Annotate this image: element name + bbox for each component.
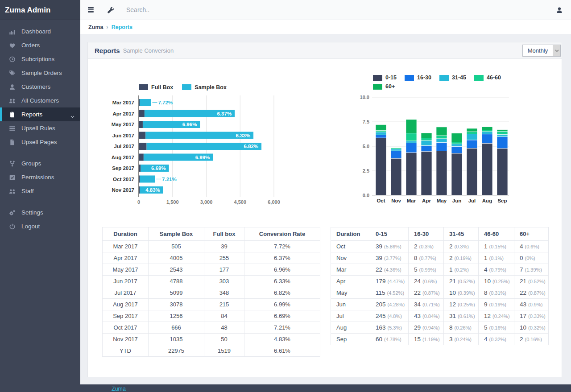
table-cell: 255 (204, 252, 244, 264)
table-cell: 48 (204, 322, 244, 334)
age-stacked-chart: 0-1516-3031-4546-6060+ 0.02.55.07.510.0O… (351, 71, 556, 208)
cell-percent: (0.16%) (489, 325, 507, 330)
column-header: 0-15 (370, 227, 409, 241)
sidebar-item-sample-orders[interactable]: Sample Orders (0, 66, 80, 80)
period-select-value: Monthly (523, 45, 553, 56)
search-input[interactable] (126, 6, 314, 13)
cell-percent: (4.36%) (384, 267, 401, 272)
sidebar-item-reports[interactable]: Reports (0, 107, 80, 121)
fork-icon (8, 161, 16, 167)
bar-segment (451, 146, 462, 153)
table-cell: 1(0.15%) (479, 241, 514, 252)
cell-value: 9 (484, 301, 488, 308)
cell-percent: (3.77%) (384, 256, 401, 261)
legend-label: 31-45 (452, 74, 466, 81)
table-cell: Jul (331, 310, 370, 322)
table-cell: 7(1.39%) (514, 264, 549, 276)
sidebar-item-label: Upsell Pages (21, 139, 57, 145)
sidebar-item-logout[interactable]: Logout (0, 219, 80, 233)
y-tick-label: 0.0 (363, 193, 369, 198)
table-cell: 34(0.71%) (409, 299, 444, 310)
bar-value-label: 6.33% (236, 133, 250, 138)
table-cell: 10(0.39%) (444, 287, 479, 299)
bar-segment (139, 110, 145, 117)
cell-percent: (0.1%) (489, 256, 504, 261)
age-stacked-chart-plot: 0.02.55.07.510.0OctNovMarAprMayJunJulAug… (351, 94, 556, 206)
legend-label: 16-30 (417, 74, 431, 81)
users-icon (8, 98, 16, 104)
category-label: Sep 2017 (112, 165, 134, 171)
table-cell: 60(4.78%) (370, 334, 409, 345)
bar-value-label: 6.37% (217, 111, 232, 116)
cell-value: 4 (484, 336, 488, 342)
table-cell: 39(5.86%) (370, 241, 409, 252)
cell-value: 17 (520, 313, 526, 319)
cell-percent: (4.47%) (388, 279, 405, 284)
wrench-icon[interactable] (107, 7, 114, 13)
bar-segment (497, 137, 508, 149)
period-select[interactable]: Monthly (522, 45, 561, 57)
sidebar-item-label: Settings (21, 209, 43, 216)
conversion-bar-chart-plot: 01,5003,0004,5006,000Mar 20177.72%Apr 20… (101, 94, 324, 206)
category-label: Aug 2017 (112, 155, 134, 160)
footer-zuma-link[interactable]: Zuma (112, 386, 126, 392)
table-row: Jul245(4.8%)43(0.84%)31(0.61%)12(0.24%)1… (331, 310, 549, 322)
bar-segment (139, 121, 143, 128)
sidebar-item-dashboard[interactable]: Dashboard (0, 25, 80, 38)
table-cell: 24(0.6%) (409, 276, 444, 287)
breadcrumb-zuma[interactable]: Zuma (88, 24, 103, 30)
table-cell: 7.72% (244, 241, 320, 252)
legend-swatch (439, 75, 449, 81)
table-cell: Jun (331, 299, 370, 310)
cell-percent: (0.19%) (489, 302, 507, 307)
table-row: Mar 2017505397.72% (103, 241, 320, 252)
menu-toggle-icon[interactable] (88, 6, 94, 13)
legend-swatch (373, 84, 382, 90)
sidebar-item-upsell-pages[interactable]: Upsell Pages (0, 135, 80, 149)
bar-segment (391, 158, 401, 195)
sidebar-item-subcriptions[interactable]: Subcriptions (0, 52, 80, 66)
table-cell: 348 (204, 287, 244, 299)
table-row: May 201725431776.96% (103, 264, 320, 276)
sidebar-item-all-customers[interactable]: All Customers (0, 94, 80, 107)
cell-value: 24 (414, 278, 421, 285)
chevron-down-icon (70, 113, 74, 120)
sidebar-item-permissions[interactable]: Permissions (0, 170, 80, 184)
table-cell: May (331, 287, 370, 299)
table-row: Nov 20171035504.83% (103, 334, 320, 345)
bar-segment (406, 120, 417, 133)
column-header: 31-45 (444, 227, 479, 241)
legend-item: 60+ (373, 83, 395, 90)
sidebar-item-label: Groups (21, 160, 41, 167)
cell-value: 8 (449, 324, 453, 331)
cell-percent: (1.39%) (525, 267, 542, 272)
user-icon[interactable] (556, 7, 563, 13)
sidebar-item-label: Permissions (21, 174, 54, 181)
bar-segment (391, 149, 401, 151)
sidebar-item-customers[interactable]: Customers (0, 80, 80, 94)
cell-value: 245 (376, 313, 386, 319)
bar-segment (421, 152, 432, 195)
sidebar-item-orders[interactable]: Orders (0, 38, 80, 52)
sidebar-item-staff[interactable]: Staff (0, 184, 80, 198)
breadcrumb-reports[interactable]: Reports (112, 24, 132, 30)
category-label: Oct (377, 198, 385, 203)
bar-segment (139, 143, 147, 150)
sidebar-item-settings[interactable]: Settings (0, 206, 80, 219)
cell-value: 2 (449, 255, 453, 261)
y-tick-label: 10.0 (360, 95, 369, 100)
bar-segment (421, 138, 432, 141)
table-row: Apr 201740052556.37% (103, 252, 320, 264)
table-cell: 6.96% (244, 264, 320, 276)
sidebar-item-upsell-rules[interactable]: Upsell Rules (0, 121, 80, 135)
bar-segment (436, 151, 447, 195)
sidebar-item-groups[interactable]: Groups (0, 157, 80, 170)
table-cell: 21(0.52%) (444, 276, 479, 287)
cell-value: 2 (520, 336, 523, 342)
cell-value: 1 (484, 255, 488, 261)
age-breakdown-table-grid: Duration0-1516-3031-4546-6060+Oct39(5.86… (331, 227, 549, 345)
brand: Zuma Admin (0, 0, 80, 20)
bar-segment (376, 132, 386, 135)
x-tick-label: 6,000 (268, 199, 280, 205)
cell-value: 8 (414, 255, 418, 261)
